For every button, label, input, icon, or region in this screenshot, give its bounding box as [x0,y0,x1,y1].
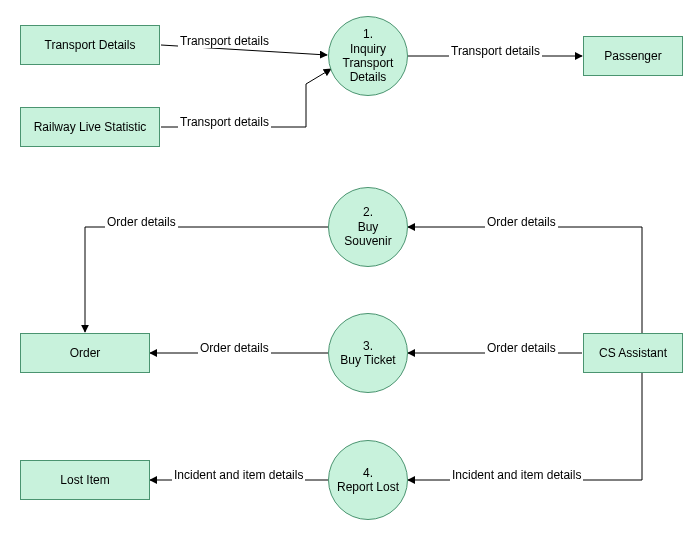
entity-lost-item: Lost Item [20,460,150,500]
process-name: Buy Ticket [340,353,395,367]
entity-label: Transport Details [45,38,136,52]
entity-label: Lost Item [60,473,109,487]
flow-label: Order details [485,215,558,229]
flow-label: Transport details [178,34,271,48]
entity-railway-live-statistic: Railway Live Statistic [20,107,160,147]
flow-label: Transport details [178,115,271,129]
dfd-canvas: Transport Details Railway Live Statistic… [0,0,695,542]
entity-cs-assistant: CS Assistant [583,333,683,373]
process-number: 4. [363,466,373,480]
entity-label: Passenger [604,49,661,63]
process-3: 3. Buy Ticket [328,313,408,393]
flow-label: Incident and item details [172,468,305,482]
edge-cs-p2 [408,227,642,333]
entity-label: Railway Live Statistic [34,120,147,134]
entity-label: CS Assistant [599,346,667,360]
flow-label: Order details [105,215,178,229]
process-name: Buy Souvenir [333,220,403,249]
edge-cs-p4 [408,373,642,480]
entity-passenger: Passenger [583,36,683,76]
process-name: Inquiry Transport Details [333,42,403,85]
entity-label: Order [70,346,101,360]
process-4: 4. Report Lost [328,440,408,520]
process-number: 1. [363,27,373,41]
process-1: 1. Inquiry Transport Details [328,16,408,96]
entity-order: Order [20,333,150,373]
flow-label: Order details [198,341,271,355]
flow-label: Incident and item details [450,468,583,482]
flow-label: Order details [485,341,558,355]
process-2: 2. Buy Souvenir [328,187,408,267]
entity-transport-details: Transport Details [20,25,160,65]
process-number: 3. [363,339,373,353]
flow-label: Transport details [449,44,542,58]
process-number: 2. [363,205,373,219]
process-name: Report Lost [337,480,399,494]
edge-p2-order [85,227,328,332]
